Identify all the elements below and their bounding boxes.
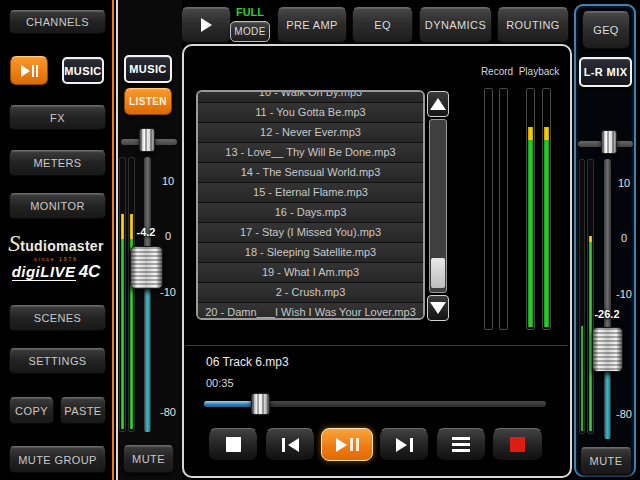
playlist-item[interactable]: 11 - You Gotta Be.mp3 [198, 103, 423, 123]
record-meter-right [499, 88, 508, 330]
stop-button[interactable] [208, 428, 258, 461]
eq-tab[interactable]: EQ [352, 7, 413, 43]
panel-divider [186, 345, 568, 346]
playback-meter-left [526, 88, 535, 330]
meters-button[interactable]: METERS [9, 150, 106, 176]
routing-tab[interactable]: ROUTING [497, 7, 569, 43]
mix-fader-track[interactable] [604, 159, 611, 439]
play-icon [336, 438, 347, 452]
mode-button[interactable]: MODE [230, 21, 270, 42]
pre-amp-tab[interactable]: PRE AMP [277, 7, 347, 43]
channel-next-button[interactable] [181, 7, 231, 43]
music-scale-neg10: -10 [156, 286, 180, 298]
sidebar-divider-orange [112, 0, 114, 480]
scroll-down-button[interactable] [427, 295, 449, 321]
meters-label: METERS [33, 157, 81, 169]
playlist-item[interactable]: 20 - Damn___I Wish I Was Your Lover.mp3 [198, 303, 423, 320]
music-scale-neg80: -80 [156, 406, 180, 418]
music-page-label: MUSIC [64, 65, 101, 77]
listen-label: LISTEN [129, 96, 167, 107]
playlist-item[interactable]: 12 - Never Ever.mp3 [198, 123, 423, 143]
listen-button[interactable]: LISTEN [124, 88, 172, 115]
playlist-items: 10 - Walk On By.mp3 11 - You Gotta Be.mp… [198, 90, 423, 320]
record-button[interactable] [492, 428, 543, 461]
record-meter-left [484, 88, 493, 330]
brand-initial: S [8, 230, 20, 256]
playlist-item[interactable]: 14 - The Sensual World.mp3 [198, 163, 423, 183]
playlist-item[interactable]: 17 - Stay (I Missed You).mp3 [198, 223, 423, 243]
previous-track-button[interactable] [265, 428, 315, 461]
settings-label: SETTINGS [28, 355, 86, 367]
mix-mute-button[interactable]: MUTE [580, 447, 632, 475]
settings-button[interactable]: SETTINGS [9, 348, 106, 374]
music-mute-button[interactable]: MUTE [123, 445, 174, 473]
seek-bar-fill [204, 401, 256, 407]
record-icon [510, 437, 525, 452]
mix-scale-neg80: -80 [612, 408, 636, 420]
playlist-item[interactable]: 13 - Love__ Thy Will Be Done.mp3 [198, 143, 423, 163]
playlist-menu-button[interactable] [436, 428, 486, 461]
monitor-button[interactable]: MONITOR [9, 193, 106, 219]
monitor-label: MONITOR [30, 200, 85, 212]
stop-icon [226, 437, 241, 452]
mute-group-button[interactable]: MUTE GROUP [9, 446, 106, 473]
mix-fader-value: -26.2 [588, 308, 626, 320]
mix-scale-0: 0 [612, 232, 636, 244]
playlist: 10 - Walk On By.mp3 11 - You Gotta Be.mp… [196, 90, 425, 320]
playlist-item[interactable]: 18 - Sleeping Satellite.mp3 [198, 243, 423, 263]
music-meter-right [128, 157, 135, 432]
mix-meter-right [587, 159, 594, 434]
mixer-screen: CHANNELS MUSIC FX METERS MONITOR Studiom… [0, 0, 640, 480]
seek-knob[interactable] [251, 393, 270, 415]
previous-icon [282, 438, 285, 452]
music-mute-label: MUTE [132, 453, 165, 465]
play-pause-sidebar-button[interactable] [10, 56, 48, 85]
mix-scale-neg10: -10 [612, 288, 636, 300]
playlist-item[interactable]: 2 - Crush.mp3 [198, 283, 423, 303]
studiomaster-logo: Studiomaster since 1976 [4, 230, 108, 262]
play-pause-button[interactable] [321, 428, 373, 461]
music-channel-strip: MUSIC LISTEN -4.2 10 0 -10 -80 MUTE [118, 0, 182, 480]
pause-bar-2 [356, 438, 359, 451]
elapsed-time: 00:35 [206, 377, 234, 389]
playlist-scrollbar [427, 91, 449, 321]
scenes-label: SCENES [34, 312, 82, 324]
playlist-item[interactable]: 10 - Walk On By.mp3 [198, 90, 423, 103]
fx-button[interactable]: FX [9, 105, 106, 130]
dynamics-label: DYNAMICS [425, 19, 486, 31]
channels-button[interactable]: CHANNELS [9, 10, 106, 34]
playlist-item[interactable]: 19 - What I Am.mp3 [198, 263, 423, 283]
pause-bar-1 [350, 438, 353, 451]
menu-icon [452, 437, 470, 452]
music-fader-knob[interactable] [130, 246, 163, 289]
copy-button[interactable]: COPY [9, 397, 54, 424]
mix-fader-knob[interactable] [592, 327, 623, 372]
scroll-up-icon [430, 98, 446, 110]
paste-button[interactable]: PASTE [60, 397, 106, 424]
music-fader-track[interactable] [144, 157, 151, 432]
dynamics-tab[interactable]: DYNAMICS [419, 7, 492, 43]
next-track-button[interactable] [379, 428, 429, 461]
scroll-down-icon [430, 302, 446, 314]
music-strip-title: MUSIC [124, 55, 172, 83]
scenes-button[interactable]: SCENES [9, 305, 106, 331]
scroll-up-button[interactable] [427, 91, 449, 117]
mix-scale-10: 10 [612, 177, 636, 189]
fx-label: FX [50, 112, 65, 124]
scrollbar-track[interactable] [429, 119, 447, 293]
music-pan-knob[interactable] [139, 128, 155, 152]
playlist-item[interactable]: 15 - Eternal Flame.mp3 [198, 183, 423, 203]
mix-meter-left [579, 159, 585, 434]
mode-label: MODE [234, 26, 266, 37]
routing-label: ROUTING [506, 19, 560, 31]
mode-value: FULL [228, 6, 272, 18]
arrow-right-icon [201, 18, 212, 32]
play-pause-icon [21, 65, 38, 77]
previous-icon-triangle [288, 438, 299, 452]
mix-pan-knob[interactable] [601, 130, 617, 154]
playlist-item[interactable]: 16 - Days.mp3 [198, 203, 423, 223]
channels-label: CHANNELS [26, 16, 89, 28]
geq-button[interactable]: GEQ [582, 11, 630, 49]
music-page-button[interactable]: MUSIC [62, 57, 104, 84]
scrollbar-thumb[interactable] [431, 258, 445, 288]
